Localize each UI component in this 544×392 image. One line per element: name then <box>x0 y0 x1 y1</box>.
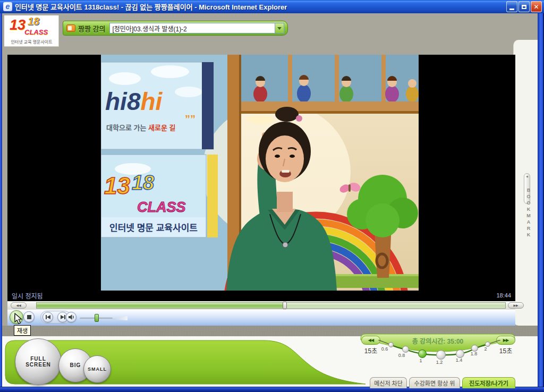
minimize-button[interactable] <box>506 1 517 12</box>
close-button[interactable]: ✕ <box>531 1 542 12</box>
seek-handle[interactable] <box>283 302 287 309</box>
title-bar: e 인터넷 명문 교육사이트 1318class! - 끊김 없는 짱짱플레이어… <box>0 0 544 13</box>
svg-text:대학으로 가는 새로운 길: 대학으로 가는 새로운 길 <box>106 124 175 132</box>
fullscreen-button[interactable]: FULL SCREEN <box>15 338 62 385</box>
speed-label-2: 2 <box>479 346 492 352</box>
seek-rewind-button[interactable]: ◀◀ <box>11 302 27 309</box>
maximize-button[interactable] <box>518 1 530 12</box>
sign-highi-orange: hi <box>140 88 163 115</box>
speed-label-0-8: 0.8 <box>395 353 408 358</box>
logo-class: CLASS <box>24 28 48 36</box>
lecture-bar: 짱짱 강의 [정민아]03.생식과 발생(1)-2 <box>63 21 288 36</box>
next-icon <box>61 315 64 319</box>
mute-button[interactable] <box>66 312 76 322</box>
big-label: BIG <box>70 362 81 369</box>
play-tooltip: 재생 <box>14 325 31 336</box>
site-logo[interactable]: 13 18 CLASS 인터넷 교육 명문사이트 <box>4 15 59 47</box>
sign-highi-dark: hi8 <box>105 88 141 115</box>
maximize-icon <box>522 5 526 9</box>
bookmark-tab[interactable]: BOOKMARK <box>521 180 531 246</box>
logo-18: 18 <box>28 15 39 28</box>
lecture-dropdown[interactable]: [정민아]03.생식과 발생(1)-2 <box>109 23 284 33</box>
dropdown-button[interactable] <box>275 23 284 33</box>
speed-dot-1-4[interactable] <box>456 350 464 358</box>
speed-label-1-2: 1.2 <box>433 360 446 365</box>
tab-save-exit[interactable]: 진도저장/나가기 <box>462 377 515 388</box>
window-border-right <box>538 13 544 387</box>
logo-13: 13 <box>10 17 26 33</box>
bookmark-arrow-icon: ◀ <box>526 175 528 178</box>
sign-class: CLASS <box>137 199 186 215</box>
minimize-icon <box>509 8 514 10</box>
seek-row: ◀◀ ▶▶ <box>7 301 515 310</box>
video-frame: hi8hi 대학으로 가는 새로운 길 ”” 1318 CLASS 인터넷 명문… <box>101 55 419 291</box>
speed-label-0-6: 0.6 <box>378 346 391 352</box>
volume-icon <box>68 314 75 320</box>
seek-progress <box>37 303 285 308</box>
playback-time: 18:44 <box>496 292 511 299</box>
small-label: SMALL <box>88 367 107 372</box>
stop-button[interactable] <box>23 311 35 322</box>
speed-label-1: 1 <box>414 358 427 363</box>
tab-always-on-top[interactable]: 수강화면 항상 위 <box>409 377 460 388</box>
fullscreen-label: FULL SCREEN <box>23 356 53 368</box>
window-title: 인터넷 명문 교육사이트 1318class! - 끊김 없는 짱짱플레이어 -… <box>15 2 505 12</box>
lecture-dropdown-value: [정민아]03.생식과 발생(1)-2 <box>110 24 275 33</box>
tab-block-messenger[interactable]: 메신저 차단 <box>370 377 407 388</box>
previous-button[interactable] <box>42 312 53 322</box>
seek-forward-button[interactable]: ▶▶ <box>508 302 524 309</box>
ie-icon: e <box>3 2 12 11</box>
stop-icon <box>27 315 31 319</box>
lecture-label: 짱짱 강의 <box>78 23 105 33</box>
highi-sign: hi8hi 대학으로 가는 새로운 길 ”” <box>101 62 214 149</box>
video-area[interactable]: hi8hi 대학으로 가는 새로운 길 ”” 1318 CLASS 인터넷 명문… <box>7 55 515 301</box>
sign-18: 18 <box>132 172 155 194</box>
sign-13: 13 <box>104 173 130 199</box>
status-bar: 일시 정지됨 18:44 <box>7 291 515 300</box>
sign-slogan-prefix: 대학으로 가는 <box>106 124 148 132</box>
svg-text:hi8hi: hi8hi <box>105 88 163 115</box>
small-button[interactable]: SMALL <box>83 355 111 383</box>
tv-icon <box>66 24 75 32</box>
speed-dot-1-2[interactable] <box>436 350 446 360</box>
sign-tagline: 인터넷 명문 교육사이트 <box>109 223 198 233</box>
chevron-down-icon <box>277 27 282 30</box>
speed-dot-1-active[interactable] <box>418 350 427 358</box>
speed-label-1-8: 1.8 <box>468 351 480 356</box>
sign-quote: ”” <box>185 113 196 125</box>
speed-dot-0-8[interactable] <box>402 346 409 353</box>
player-window: e 인터넷 명문 교육사이트 1318class! - 끊김 없는 짱짱플레이어… <box>0 0 544 392</box>
volume-handle[interactable] <box>95 314 99 322</box>
brand-sign: 1318 CLASS 인터넷 명문 교육사이트 <box>101 155 218 237</box>
speed-label-1-4: 1.4 <box>453 357 465 363</box>
sign-slogan-highlight: 새로운 길 <box>148 124 175 132</box>
logo-tagline: 인터넷 교육 명문사이트 <box>6 39 57 45</box>
mouse-cursor <box>14 313 23 326</box>
seek-track[interactable] <box>36 302 506 309</box>
playback-status: 일시 정지됨 <box>12 291 43 300</box>
